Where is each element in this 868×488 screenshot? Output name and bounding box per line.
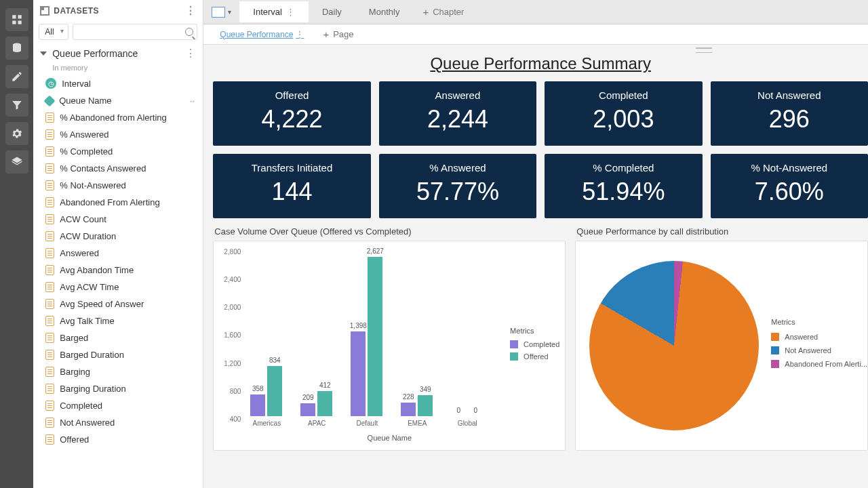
- dataset-mode: In memory: [33, 64, 203, 75]
- field-item[interactable]: Barged Duration: [37, 346, 199, 363]
- pie-chart[interactable]: Metrics Answered Not Answered Abandoned …: [575, 241, 868, 451]
- dataset-menu-icon[interactable]: ⋮: [185, 47, 196, 60]
- field-item[interactable]: % Completed: [37, 143, 199, 160]
- meas-icon: [45, 146, 54, 157]
- funnel-icon[interactable]: [5, 94, 28, 117]
- kpi-row-2: Transfers Initiated144% Answered57.77%% …: [213, 154, 868, 218]
- field-label: Offered: [60, 434, 89, 445]
- kpi-card[interactable]: Answered2,244: [379, 81, 536, 146]
- tab-interval[interactable]: Interval⋮: [239, 1, 309, 22]
- field-item[interactable]: Barging Duration: [37, 380, 199, 397]
- meas-icon: [45, 197, 54, 207]
- dataset-search[interactable]: [73, 24, 198, 40]
- field-item[interactable]: ◷Interval: [37, 75, 199, 92]
- field-label: Avg Abandon Time: [60, 265, 134, 275]
- kpi-row-1: Offered4,222Answered2,244Completed2,003N…: [213, 81, 868, 146]
- field-item[interactable]: % Answered: [37, 126, 199, 143]
- field-label: % Answered: [60, 129, 108, 140]
- datasets-header: DATASETS ⋮: [33, 0, 203, 21]
- bar-chart-title: Case Volume Over Queue (Offered vs Compl…: [213, 226, 566, 241]
- collapse-icon: [40, 52, 47, 56]
- field-item[interactable]: ACW Duration: [37, 228, 199, 245]
- kpi-label: % Answered: [384, 162, 531, 174]
- grid-icon[interactable]: [5, 8, 28, 31]
- database-icon[interactable]: [5, 37, 28, 60]
- dim-icon: [44, 95, 56, 106]
- field-item[interactable]: Abandoned From Alerting: [37, 194, 199, 211]
- field-item[interactable]: Avg ACW Time: [37, 279, 199, 296]
- bar-chart[interactable]: 2,8002,4002,0001,6001,200800400 35883420…: [213, 241, 566, 451]
- meas-icon: [45, 333, 54, 343]
- field-item[interactable]: Avg Speed of Answer: [37, 296, 199, 312]
- datasets-menu-icon[interactable]: ⋮: [185, 4, 197, 17]
- kpi-card[interactable]: Completed2,003: [545, 81, 702, 146]
- nav-rail: [0, 0, 33, 488]
- svg-rect-3: [18, 21, 21, 24]
- gear-icon[interactable]: [5, 122, 28, 145]
- page-icon[interactable]: [212, 7, 225, 18]
- meas-icon: [45, 418, 54, 428]
- meas-icon: [45, 434, 54, 445]
- field-label: ACW Duration: [60, 231, 116, 241]
- field-item[interactable]: % Abandoned from Alerting: [37, 109, 199, 126]
- field-item[interactable]: Queue Name↔: [37, 92, 199, 109]
- field-item[interactable]: % Contacts Answered: [37, 160, 199, 177]
- field-item[interactable]: Answered: [37, 245, 199, 262]
- field-label: Barging: [60, 367, 90, 377]
- page-dropdown-icon[interactable]: ▾: [228, 8, 231, 16]
- bar-y-axis: 2,8002,4002,0001,6001,200800400: [215, 248, 241, 423]
- kpi-card[interactable]: % Completed51.94%: [545, 154, 702, 218]
- field-label: ACW Count: [60, 214, 106, 224]
- field-item[interactable]: Avg Abandon Time: [37, 262, 199, 279]
- kpi-value: 2,003: [550, 105, 696, 134]
- svg-rect-1: [18, 15, 21, 18]
- bar-x-label: Queue Name: [368, 434, 412, 442]
- page-title: Queue Performance Summary: [213, 50, 868, 81]
- kpi-value: 7.60%: [716, 178, 863, 206]
- field-item[interactable]: Offered: [37, 431, 199, 448]
- kpi-card[interactable]: % Not-Answered7.60%: [711, 154, 868, 218]
- field-item[interactable]: Barging: [37, 363, 199, 380]
- meas-icon: [45, 129, 54, 140]
- kpi-value: 51.94%: [550, 178, 696, 206]
- field-label: % Completed: [60, 146, 113, 157]
- field-item[interactable]: % Not-Answered: [37, 177, 199, 194]
- field-label: Barged: [60, 333, 88, 343]
- field-item[interactable]: Completed: [37, 397, 199, 414]
- dataset-filter-select[interactable]: All: [39, 24, 68, 40]
- kpi-card[interactable]: % Answered57.77%: [379, 154, 536, 218]
- kpi-label: % Completed: [550, 162, 696, 174]
- kpi-card[interactable]: Offered4,222: [213, 81, 370, 146]
- field-item[interactable]: Barged: [37, 329, 199, 346]
- main: ▾ Interval⋮ Daily Monthly +Chapter Queue…: [203, 0, 868, 488]
- add-chapter-button[interactable]: +Chapter: [413, 6, 473, 18]
- meas-icon: [45, 401, 54, 411]
- kpi-card[interactable]: Not Answered296: [711, 81, 868, 146]
- field-label: Barged Duration: [60, 350, 124, 360]
- field-label: % Abandoned from Alerting: [60, 113, 167, 123]
- field-item[interactable]: Not Answered: [37, 414, 199, 431]
- sub-tab-queue-perf[interactable]: Queue Performance⋮: [210, 26, 313, 43]
- bar-plot-area: 3588342094121,3982,62722834900: [243, 248, 497, 416]
- field-label: Not Answered: [60, 418, 115, 428]
- layers-icon[interactable]: [5, 150, 28, 174]
- pencil-icon[interactable]: [5, 65, 28, 88]
- meas-icon: [45, 384, 54, 394]
- add-page-button[interactable]: +Page: [313, 28, 363, 40]
- tab-monthly[interactable]: Monthly: [355, 1, 414, 22]
- field-label: Completed: [60, 401, 102, 411]
- dataset-header[interactable]: Queue Performance ⋮: [33, 43, 203, 64]
- kpi-card[interactable]: Transfers Initiated144: [213, 154, 370, 218]
- meas-icon: [45, 299, 54, 309]
- kpi-label: Completed: [550, 89, 696, 101]
- kpi-label: % Not-Answered: [716, 162, 863, 174]
- dashboard-canvas: Queue Performance Summary Offered4,222An…: [203, 45, 868, 488]
- field-label: % Contacts Answered: [60, 163, 146, 174]
- cube-icon: [40, 6, 50, 16]
- search-input[interactable]: [73, 24, 198, 40]
- tab-daily[interactable]: Daily: [309, 1, 355, 22]
- field-item[interactable]: Avg Talk Time: [37, 312, 199, 329]
- dataset-name: Queue Performance: [52, 48, 138, 59]
- field-label: Avg ACW Time: [60, 282, 119, 292]
- field-item[interactable]: ACW Count: [37, 211, 199, 228]
